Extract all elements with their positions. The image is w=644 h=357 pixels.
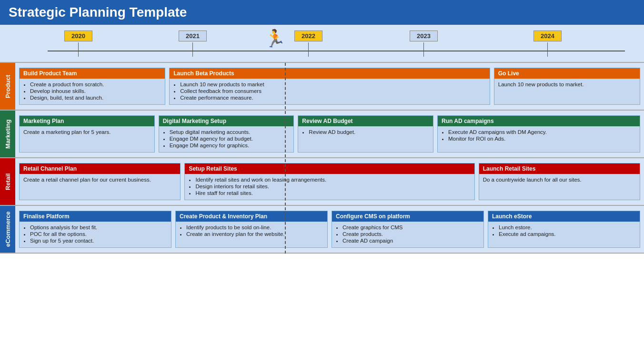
list-item: Review AD budget. xyxy=(309,129,429,135)
list-item: Identify retail sites and work on leasin… xyxy=(195,177,470,183)
list-item: Sign up for 5 year contact. xyxy=(30,238,167,244)
lane-cards-marketing: Marketing Plan Create a marketing plan f… xyxy=(15,111,644,157)
card-body-create-product-inventory: Identify products to be sold on-line. Cr… xyxy=(176,222,327,241)
card-body-build-product-team: Create a product from scratch. Develop i… xyxy=(20,79,165,104)
card-title-create-product-inventory: Create Product & Inventory Plan xyxy=(176,211,327,222)
lane-product: Product Build Product Team Create a prod… xyxy=(0,63,644,111)
card-title-retail-channel-plan: Retail Channel Plan xyxy=(20,163,180,174)
year-label-2023: 2023 xyxy=(410,31,438,41)
runner-icon: 🏃 xyxy=(264,29,286,49)
card-title-launch-retail-sites: Launch Retail Sites xyxy=(479,163,640,174)
lane-label-ecommerce: eCommerce xyxy=(0,206,15,253)
list-item: Engage DM agency for graphics. xyxy=(170,143,290,148)
list-item: Options analysis for best fit. xyxy=(30,224,167,230)
card-digital-marketing: Digital Marketing Setup Setup digital ma… xyxy=(159,115,294,153)
list-item: Engage DM agency for ad budget. xyxy=(170,136,290,142)
list-item: Execute ad campaigns. xyxy=(499,231,636,237)
page-header: Strategic Planning Template xyxy=(0,0,644,25)
card-body-setup-retail-sites: Identify retail sites and work on leasin… xyxy=(185,174,474,200)
card-body-launch-retail-sites: Do a countrywide launch for all our site… xyxy=(479,174,640,185)
list-item: Execute AD campaigns with DM Agency. xyxy=(448,129,636,135)
list-item: Design interiors for retail sites. xyxy=(195,184,470,189)
card-body-launch-estore: Lunch estore. Execute ad campaigns. xyxy=(488,222,640,241)
lane-cards-ecommerce: Finalise Platform Options analysis for b… xyxy=(15,206,644,253)
timeline-line xyxy=(48,51,625,51)
list-item: Create performance measure. xyxy=(180,95,486,101)
timeline-row: 2020 2021 🏃 2022 2023 2024 xyxy=(0,25,644,63)
card-configure-cms: Configure CMS on platform Create graphic… xyxy=(332,211,484,248)
card-title-digital-marketing: Digital Marketing Setup xyxy=(159,116,294,126)
card-title-configure-cms: Configure CMS on platform xyxy=(332,211,483,222)
card-retail-channel-plan: Retail Channel Plan Create a retail chan… xyxy=(19,163,181,200)
year-2023: 2023 xyxy=(410,31,438,57)
lane-cards-retail: Retail Channel Plan Create a retail chan… xyxy=(15,158,644,205)
card-body-review-ad-budget: Review AD budget. xyxy=(298,126,433,139)
card-title-build-product-team: Build Product Team xyxy=(20,68,165,79)
card-text-retail-channel-plan: Create a retail channel plan for our cur… xyxy=(23,177,151,183)
card-text-marketing-plan: Create a marketing plan for 5 years. xyxy=(23,129,111,135)
year-line-2022 xyxy=(308,42,309,57)
list-item: Hire staff for retail sites. xyxy=(195,190,470,196)
list-item: Identify products to be sold on-line. xyxy=(186,224,323,230)
card-review-ad-budget: Review AD Budget Review AD budget. xyxy=(298,115,433,153)
card-title-go-live: Go Live xyxy=(494,68,640,79)
list-item: Create AD campaign xyxy=(342,238,480,244)
year-label-2024: 2024 xyxy=(533,31,562,41)
card-marketing-plan: Marketing Plan Create a marketing plan f… xyxy=(19,115,155,153)
card-finalise-platform: Finalise Platform Options analysis for b… xyxy=(19,211,171,248)
card-build-product-team: Build Product Team Create a product from… xyxy=(19,68,165,105)
lane-label-marketing: Marketing xyxy=(0,111,15,157)
card-title-marketing-plan: Marketing Plan xyxy=(20,116,154,126)
year-label-2020: 2020 xyxy=(64,31,92,41)
list-item: Collect feedback from consumers xyxy=(180,88,486,94)
year-label-2022: 2022 xyxy=(294,31,322,41)
year-2024: 2024 xyxy=(533,31,562,57)
list-item: Create graphics for CMS xyxy=(342,224,480,230)
card-title-review-ad-budget: Review AD Budget xyxy=(298,116,433,126)
card-body-digital-marketing: Setup digital marketing accounts. Engage… xyxy=(159,126,294,152)
lane-marketing: Marketing Marketing Plan Create a market… xyxy=(0,111,644,158)
card-go-live: Go Live Launch 10 new products to market… xyxy=(494,68,640,105)
list-item: Create a product from scratch. xyxy=(30,82,161,87)
lane-ecommerce: eCommerce Finalise Platform Options anal… xyxy=(0,206,644,254)
list-item: Setup digital marketing accounts. xyxy=(170,129,290,135)
list-item: Develop inhouse skills. xyxy=(30,88,161,94)
list-item: Create products. xyxy=(342,231,480,237)
year-line-2021 xyxy=(192,42,193,57)
card-body-retail-channel-plan: Create a retail channel plan for our cur… xyxy=(20,174,180,185)
card-title-finalise-platform: Finalise Platform xyxy=(20,211,171,222)
card-body-finalise-platform: Options analysis for best fit. POC for a… xyxy=(20,222,171,247)
card-launch-beta: Launch Beta Products Launch 10 new produ… xyxy=(169,68,490,105)
card-body-configure-cms: Create graphics for CMS Create products.… xyxy=(332,222,483,247)
list-item: Launch 10 new products to market xyxy=(180,82,486,87)
card-launch-estore: Launch eStore Lunch estore. Execute ad c… xyxy=(488,211,640,248)
lane-label-product: Product xyxy=(0,63,15,110)
card-title-launch-estore: Launch eStore xyxy=(488,211,640,222)
card-title-launch-beta: Launch Beta Products xyxy=(170,68,490,79)
card-body-marketing-plan: Create a marketing plan for 5 years. xyxy=(20,126,154,138)
year-line-2020 xyxy=(78,42,79,57)
year-2022: 2022 xyxy=(294,31,322,57)
card-text-go-live: Launch 10 new products to market. xyxy=(498,82,584,87)
card-title-setup-retail-sites: Setup Retail Sites xyxy=(185,163,474,174)
card-body-run-ad-campaigns: Execute AD campaigns with DM Agency. Mon… xyxy=(438,126,640,145)
card-run-ad-campaigns: Run AD campaigns Execute AD campaigns wi… xyxy=(437,115,640,153)
content-area: Product Build Product Team Create a prod… xyxy=(0,63,644,254)
card-setup-retail-sites: Setup Retail Sites Identify retail sites… xyxy=(184,163,474,200)
list-item: Lunch estore. xyxy=(499,224,636,230)
lane-cards-product: Build Product Team Create a product from… xyxy=(15,63,644,110)
card-body-go-live: Launch 10 new products to market. xyxy=(494,79,640,90)
list-item: Monitor for ROI on Ads. xyxy=(448,136,636,142)
page-title: Strategic Planning Template xyxy=(9,5,187,20)
list-item: Design, build, test and launch. xyxy=(30,95,161,101)
card-body-launch-beta: Launch 10 new products to market Collect… xyxy=(170,79,490,104)
list-item: Create an inventory plan for the website… xyxy=(186,231,323,237)
year-line-2023 xyxy=(423,42,424,57)
year-label-2021: 2021 xyxy=(179,31,207,41)
card-text-launch-retail-sites: Do a countrywide launch for all our site… xyxy=(483,177,582,183)
list-item: POC for all the options. xyxy=(30,231,167,237)
year-line-2024 xyxy=(547,42,548,57)
year-2020: 2020 xyxy=(64,31,92,57)
card-launch-retail-sites: Launch Retail Sites Do a countrywide lau… xyxy=(479,163,640,200)
card-create-product-inventory: Create Product & Inventory Plan Identify… xyxy=(175,211,328,248)
